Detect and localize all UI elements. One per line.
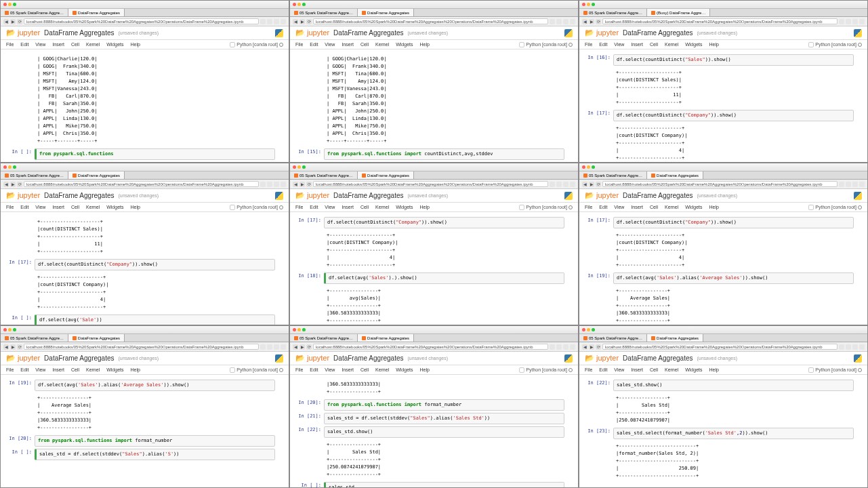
browser-tabbar[interactable]: 05 Spark DataFrame Aggre…DataFrame Aggre… (290, 9, 578, 17)
output-text: +----------------------+ |count(DISTINCT… (613, 123, 854, 162)
menu-widgets[interactable]: Widgets (106, 42, 123, 47)
python-logo-icon (564, 29, 573, 37)
code-cell[interactable]: sales_std = df.select(stddev("Sales").al… (324, 413, 564, 424)
code-cell[interactable]: sales_std.show() (613, 380, 854, 391)
jupyter-logo[interactable]: 📂 jupyter (295, 28, 329, 37)
address-bar[interactable]: localhost:8888/notebooks/05%20Spark%20Da… (313, 344, 548, 350)
edit-mode-icon (230, 42, 235, 47)
code-cell[interactable]: df.select(avg('Sale')) (35, 314, 275, 325)
code-cell[interactable]: df.select(countDistinct("Company")).show… (324, 217, 564, 228)
reload-icon[interactable]: ⟳ (306, 19, 312, 24)
ext-icon[interactable] (274, 19, 279, 24)
mac-titlebar (290, 1, 578, 9)
code-cell[interactable]: df.select(countDistinct("Company")).show… (35, 259, 275, 270)
code-cell[interactable]: df.select(avg('Sales').).show() (324, 272, 564, 284)
browser-tabbar[interactable]: 05 Spark DataFrame Aggre… DataFrame Aggr… (1, 9, 289, 17)
code-cell[interactable]: sales_std = df.select(stddev("Sales").al… (35, 449, 275, 460)
kernel-name[interactable]: Python [conda root] (236, 42, 278, 47)
menu-view[interactable]: View (35, 42, 45, 47)
menu-edit[interactable]: Edit (20, 42, 28, 47)
kernel-status-icon (279, 43, 283, 47)
browser-tab-2[interactable]: DataFrame Aggregates (68, 9, 125, 16)
browser-tabbar[interactable]: 05 Spark DataFrame Aggre…(Busy) DataFram… (579, 9, 867, 17)
code-cell[interactable]: df.select(countDistinct("Sales")).show() (613, 54, 854, 66)
home-icon (5, 11, 9, 15)
jupyter-icon (73, 11, 77, 15)
menu-insert[interactable]: Insert (52, 42, 64, 47)
code-cell[interactable]: from pyspark.sql.functions (35, 148, 275, 160)
code-cell[interactable]: sales_std.show() (324, 426, 564, 438)
code-cell[interactable]: sales_std (324, 482, 564, 487)
mac-titlebar (1, 1, 289, 9)
menu-icon[interactable] (281, 19, 286, 24)
address-bar[interactable]: localhost:8888/notebooks/05%20Spark%20Da… (24, 181, 259, 187)
code-cell[interactable]: df.select(countDistinct("Company")).show… (613, 217, 854, 228)
mac-titlebar (579, 1, 867, 9)
jupyter-logo[interactable]: 📂 jupyter (6, 28, 40, 37)
code-cell[interactable]: from pyspark.sql.functions import countD… (324, 148, 564, 160)
code-cell[interactable]: df.select(countDistinct("Company")).show… (613, 110, 854, 121)
address-bar[interactable]: localhost:8888/notebooks/05%20Spark%20Da… (24, 344, 259, 350)
address-bar[interactable]: localhost:8888/notebooks/05%20Spark%20Da… (313, 181, 548, 187)
menu-file[interactable]: File (6, 42, 14, 47)
code-cell[interactable]: df.select(avg('Sales').alias('Average Sa… (35, 380, 275, 391)
address-bar[interactable]: localhost:8888/notebooks/05%20Spark%20Da… (602, 18, 838, 24)
output-text: | GOOG|Charlie|120.0| | GOOG| Frank|340.… (35, 54, 275, 146)
save-status: (unsaved changes) (118, 30, 159, 35)
menu-kernel[interactable]: Kernel (86, 42, 100, 47)
forward-icon[interactable]: ▶ (299, 19, 305, 24)
address-bar[interactable]: localhost:8888/notebooks/05%20Spark%20Da… (24, 18, 259, 24)
output-text: | GOOG|Charlie|120.0| | GOOG| Frank|340.… (324, 54, 564, 146)
code-cell[interactable]: from pyspark.sql.functions import format… (324, 399, 564, 411)
ext-icon[interactable] (267, 19, 272, 24)
notebook-title[interactable]: DataFrame Aggregates (44, 29, 114, 37)
address-bar[interactable]: localhost:8888/notebooks/05%20Spark%20Da… (602, 181, 838, 187)
menu-help[interactable]: Help (131, 42, 140, 47)
python-logo-icon (275, 29, 283, 37)
ext-icon[interactable] (260, 19, 266, 24)
forward-icon[interactable]: ▶ (10, 19, 16, 24)
browser-tab-1[interactable]: 05 Spark DataFrame Aggre… (1, 9, 68, 16)
output-text: +---------------------+ |count(DISTINCT … (613, 68, 854, 108)
prompt: In [ ]: (3, 148, 35, 160)
code-cell[interactable]: from pyspark.sql.functions import format… (35, 435, 275, 447)
address-bar[interactable]: localhost:8888/notebooks/05%20Spark%20Da… (602, 344, 838, 350)
menu-cell[interactable]: Cell (71, 42, 79, 47)
code-cell[interactable]: df.select(avg('Sales').alias('Average Sa… (613, 272, 854, 284)
back-icon[interactable]: ◀ (3, 19, 9, 24)
back-icon[interactable]: ◀ (293, 19, 298, 24)
reload-icon[interactable]: ⟳ (17, 19, 22, 24)
address-bar[interactable]: localhost:8888/notebooks/05%20Spark%20Da… (313, 18, 548, 24)
code-cell[interactable]: sales_std.select(format_number('Sales St… (613, 428, 854, 439)
